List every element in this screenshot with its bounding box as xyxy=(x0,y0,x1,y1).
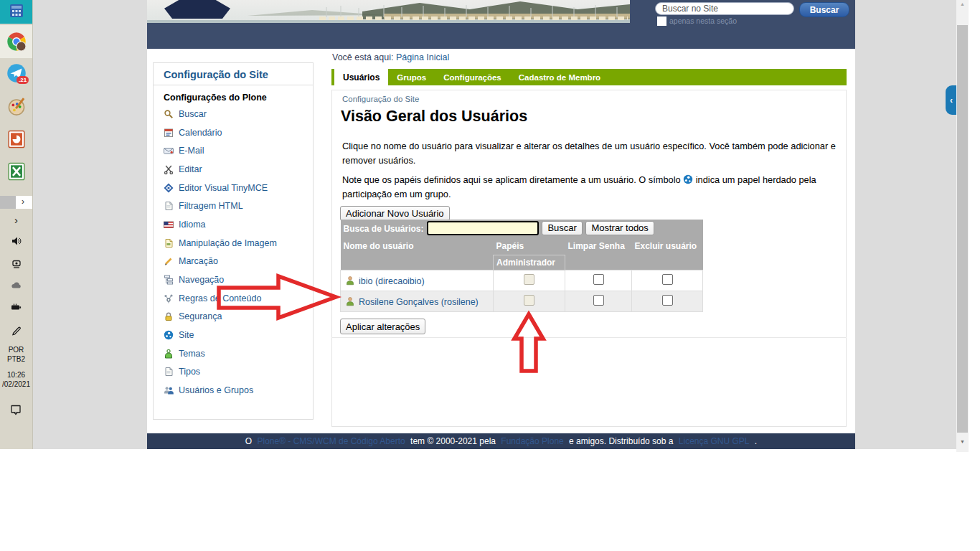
pen-button[interactable] xyxy=(0,324,32,339)
paint-taskbar-button[interactable] xyxy=(0,96,32,119)
flag-icon xyxy=(164,220,174,230)
windows-taskbar: .21 › › POR PTB2 xyxy=(0,0,33,449)
reset-password-checkbox[interactable] xyxy=(593,295,604,306)
site-search-button[interactable]: Buscar xyxy=(799,2,849,17)
onedrive-button[interactable] xyxy=(0,280,32,294)
delete-user-checkbox[interactable] xyxy=(662,295,673,306)
col-username: Nome do usuário xyxy=(341,237,494,255)
volume-button[interactable] xyxy=(0,235,32,250)
sidebar-item-label: Regras de Conteúdo xyxy=(179,293,261,303)
site-setup-portlet: Configuração do Site Configurações do Pl… xyxy=(153,62,314,420)
user-name-link[interactable]: Rosilene Gonçalves (rosilene) xyxy=(359,297,479,307)
tab-bar: UsuáriosGruposConfiguraçõesCadastro de M… xyxy=(331,69,847,85)
show-all-button[interactable]: Mostrar todos xyxy=(585,221,654,235)
footer: O Plone® - CMS/WCM de Código Aberto tem … xyxy=(147,433,855,449)
notification-center-icon xyxy=(10,404,22,419)
footer-link[interactable]: Licença GNU GPL xyxy=(679,436,750,446)
sidebar-item-seguranca[interactable]: Segurança xyxy=(154,308,313,326)
scissors-icon xyxy=(164,164,174,174)
role-administrator-checkbox[interactable] xyxy=(524,274,534,285)
col-reset-password: Limpar Senha xyxy=(565,237,632,255)
calculator-icon xyxy=(10,4,23,20)
sidebar-item-label: Tipos xyxy=(179,367,200,377)
sidebar-item-label: Segurança xyxy=(179,311,222,321)
delete-user-checkbox[interactable] xyxy=(662,274,673,285)
tab-usuarios[interactable]: Usuários xyxy=(334,69,388,85)
site-logo xyxy=(164,0,230,19)
sidebar-item-tipos[interactable]: Tipos xyxy=(154,363,313,382)
sidebar-item-idioma[interactable]: Idioma xyxy=(154,215,313,234)
image-icon xyxy=(164,238,174,248)
sidebar-item-manipulacao-de-imagem[interactable]: Manipulação de Imagem xyxy=(154,234,313,253)
sidebar-item-label: Filtragem HTML xyxy=(179,201,243,211)
tray-expand-button[interactable]: › xyxy=(0,214,32,226)
screen: Buscar apenas nesta seção Você está aqui… xyxy=(0,0,980,551)
chrome-taskbar-button[interactable] xyxy=(0,32,32,55)
camera-button[interactable] xyxy=(0,258,32,273)
powerpoint-icon xyxy=(7,130,26,151)
language-indicator[interactable]: POR PTB2 xyxy=(0,345,32,364)
sidebar-item-e-mail[interactable]: E-Mail xyxy=(154,141,313,160)
battery-button[interactable] xyxy=(0,301,32,316)
sidebar-item-navegacao[interactable]: Navegação xyxy=(154,270,313,289)
types-icon xyxy=(164,367,174,377)
content-breadcrumb-link[interactable]: Configuração do Site xyxy=(342,95,419,103)
sidebar-item-label: Temas xyxy=(179,349,205,359)
section-only-checkbox[interactable] xyxy=(657,17,666,26)
hidden-icons-flyout[interactable]: › xyxy=(0,196,32,209)
powerpoint-taskbar-button[interactable] xyxy=(0,130,32,151)
group-role-icon xyxy=(683,174,693,184)
user-search-button[interactable]: Buscar xyxy=(542,221,582,235)
search-icon xyxy=(164,109,174,119)
tab-configuracoes[interactable]: Configurações xyxy=(435,69,510,85)
scroll-up-arrow-icon[interactable]: ▲ xyxy=(956,1,969,6)
onedrive-cloud-icon xyxy=(11,280,22,294)
footer-text: O xyxy=(245,436,255,446)
users-table-body: ibio (direcaoibio)Rosilene Gonçalves (ro… xyxy=(341,270,703,312)
page-title: Visão Geral dos Usuários xyxy=(341,108,527,126)
breadcrumb-home-link[interactable]: Página Inicial xyxy=(396,52,449,62)
calculator-taskbar-button[interactable] xyxy=(0,0,32,24)
sidebar-item-buscar[interactable]: Buscar xyxy=(154,105,313,123)
vertical-scrollbar[interactable]: ▲ ▼ xyxy=(956,0,969,452)
site-icon xyxy=(164,330,174,340)
sidebar-item-marcacao[interactable]: Marcação xyxy=(154,253,313,271)
tab-cadastro-de-membro[interactable]: Cadastro de Membro xyxy=(510,69,609,85)
user-search-input[interactable] xyxy=(427,221,539,235)
scroll-down-arrow-icon[interactable]: ▼ xyxy=(956,439,969,444)
sidebar-item-site[interactable]: Site xyxy=(154,326,313,344)
sidebar-item-regras-de-conteudo[interactable]: Regras de Conteúdo xyxy=(154,289,313,308)
notification-center-button[interactable] xyxy=(0,404,32,419)
clock[interactable]: 10:26 /02/2021 xyxy=(0,370,32,389)
apply-changes-button[interactable]: Aplicar alterações xyxy=(340,319,425,334)
user-icon xyxy=(345,296,355,306)
paint-palette-icon xyxy=(6,96,27,119)
content-rules-icon xyxy=(164,293,174,303)
language-line1: POR xyxy=(0,345,32,354)
excel-taskbar-button[interactable] xyxy=(0,162,32,184)
sidebar-item-calendario[interactable]: Calendário xyxy=(154,123,313,142)
user-icon xyxy=(345,276,355,286)
sidebar-item-filtragem-html[interactable]: Filtragem HTML xyxy=(154,197,313,215)
user-name-link[interactable]: ibio (direcaoibio) xyxy=(359,276,425,286)
sidebar-item-usuarios-e-grupos[interactable]: Usuários e Grupos xyxy=(154,381,313,400)
sidebar-item-editar[interactable]: Editar xyxy=(154,160,313,179)
tab-grupos[interactable]: Grupos xyxy=(388,69,435,85)
sidebar-item-editor-visual-tinymce[interactable]: Editor Visual TinyMCE xyxy=(154,179,313,197)
role-administrator-header: Administrador xyxy=(494,255,565,270)
sidebar-item-label: Site xyxy=(179,330,194,340)
sidebar-item-label: Usuários e Grupos xyxy=(179,385,253,395)
scrollbar-thumb[interactable] xyxy=(957,25,968,433)
sidebar-item-temas[interactable]: Temas xyxy=(154,344,313,363)
footer-link[interactable]: Plone® - CMS/WCM de Código Aberto xyxy=(257,436,405,446)
themes-icon xyxy=(164,349,174,359)
side-panel-toggle[interactable]: ‹ xyxy=(946,85,957,115)
reset-password-checkbox[interactable] xyxy=(593,274,604,285)
section-only-label: apenas nesta seção xyxy=(669,17,737,25)
table-row: Rosilene Gonçalves (rosilene) xyxy=(341,291,703,312)
document-icon xyxy=(164,201,174,211)
site-search-input[interactable] xyxy=(655,2,794,15)
role-administrator-checkbox[interactable] xyxy=(524,295,534,306)
add-user-button[interactable]: Adicionar Novo Usuário xyxy=(340,206,450,221)
footer-link[interactable]: Fundação Plone xyxy=(501,436,563,446)
